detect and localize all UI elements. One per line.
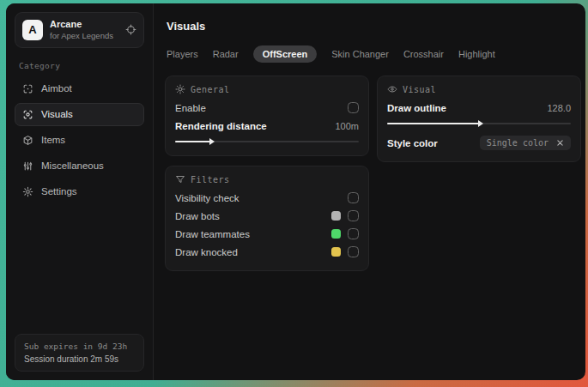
style-color-label: Style color (387, 138, 438, 148)
tab-bar: Players Radar OffScreen Skin Changer Cro… (167, 45, 579, 63)
sidebar-item-aimbot[interactable]: Aimbot (15, 77, 144, 100)
draw-knocked-color-swatch[interactable] (331, 247, 341, 257)
style-color-row: Style color Single color (387, 134, 571, 152)
tab-highlight[interactable]: Highlight (458, 45, 495, 63)
sidebar-item-label: Visuals (41, 109, 73, 119)
visual-panel-header: Visual (387, 84, 571, 94)
sidebar-item-label: Miscellaneous (41, 160, 104, 171)
sidebar: A Arcane for Apex Legends Category (6, 3, 153, 380)
content-grid: General Enable Rendering distance 100m (165, 76, 581, 271)
subscription-card: Sub expires in 9d 23h Session duration 2… (15, 334, 144, 372)
draw-outline-slider[interactable] (387, 119, 571, 128)
slider-fill (387, 123, 479, 124)
aimbot-scan-icon (22, 83, 33, 94)
main-area: Visuals Players Radar OffScreen Skin Cha… (153, 3, 585, 380)
slider-thumb-arrow[interactable] (209, 138, 215, 145)
crosshair-target-icon[interactable] (125, 24, 136, 35)
box-icon (22, 135, 33, 146)
visual-panel-title: Visual (403, 85, 436, 94)
draw-bots-color-swatch[interactable] (331, 211, 341, 221)
logo-card: A Arcane for Apex Legends (15, 12, 144, 48)
sidebar-item-visuals[interactable]: Visuals (15, 103, 144, 126)
rendering-distance-row: Rendering distance 100m (175, 117, 359, 135)
page-title: Visuals (167, 20, 579, 33)
visibility-check-checkbox[interactable] (348, 192, 359, 203)
app-title: Arcane (50, 19, 113, 31)
draw-teammates-controls (331, 228, 359, 239)
enable-label: Enable (175, 103, 206, 113)
eye-icon (387, 84, 397, 94)
sidebar-item-settings[interactable]: Settings (15, 180, 144, 203)
general-panel-header: General (175, 84, 359, 94)
draw-outline-label: Draw outline (387, 103, 446, 113)
tab-players[interactable]: Players (167, 45, 198, 63)
sun-icon (175, 84, 185, 94)
app-window: A Arcane for Apex Legends Category (6, 3, 585, 380)
eye-scan-icon (22, 109, 33, 120)
close-icon[interactable] (556, 139, 564, 147)
sidebar-item-miscellaneous[interactable]: Miscellaneous (15, 154, 144, 178)
funnel-icon (175, 174, 185, 184)
filters-panel-title: Filters (191, 175, 230, 184)
draw-knocked-checkbox[interactable] (348, 246, 359, 257)
draw-knocked-row: Draw knocked (175, 243, 359, 261)
sidebar-item-label: Settings (41, 186, 77, 197)
slider-thumb-arrow[interactable] (478, 120, 483, 127)
tab-crosshair[interactable]: Crosshair (403, 45, 444, 63)
draw-knocked-controls (331, 246, 359, 257)
general-panel-title: General (191, 85, 230, 94)
rendering-distance-slider[interactable] (175, 137, 359, 146)
draw-bots-controls (331, 210, 359, 221)
visibility-check-label: Visibility check (175, 193, 239, 203)
sidebar-item-items[interactable]: Items (15, 129, 144, 152)
filters-panel: Filters Visibility check Draw bots (165, 166, 369, 271)
tab-radar[interactable]: Radar (213, 45, 239, 63)
visual-panel: Visual Draw outline 128.0 Style color (377, 76, 581, 162)
category-label: Category (19, 61, 140, 70)
logo-avatar: A (22, 20, 43, 40)
enable-checkbox[interactable] (348, 102, 359, 113)
draw-teammates-label: Draw teammates (175, 229, 250, 239)
session-duration-text: Session duration 2m 59s (24, 354, 135, 364)
tab-offscreen[interactable]: OffScreen (253, 45, 318, 63)
visibility-check-row: Visibility check (175, 189, 359, 207)
draw-outline-row: Draw outline 128.0 (387, 99, 571, 117)
logo-text: Arcane for Apex Legends (50, 19, 113, 41)
app-subtitle: for Apex Legends (50, 31, 113, 41)
draw-bots-row: Draw bots (175, 207, 359, 225)
gear-icon (22, 186, 33, 197)
sidebar-item-label: Aimbot (41, 83, 72, 94)
rendering-distance-value: 100m (335, 121, 359, 131)
draw-teammates-checkbox[interactable] (348, 228, 359, 239)
right-column: Visual Draw outline 128.0 Style color (377, 76, 581, 162)
left-column: General Enable Rendering distance 100m (165, 76, 369, 271)
sliders-icon (22, 160, 33, 172)
draw-knocked-label: Draw knocked (175, 247, 238, 257)
sidebar-nav: Aimbot Visuals Items (15, 77, 144, 203)
enable-row: Enable (175, 99, 359, 117)
tab-skin-changer[interactable]: Skin Changer (331, 45, 389, 63)
draw-bots-checkbox[interactable] (348, 210, 359, 221)
style-color-dropdown[interactable]: Single color (480, 136, 571, 150)
slider-fill (175, 141, 210, 142)
draw-teammates-row: Draw teammates (175, 225, 359, 243)
sub-expires-text: Sub expires in 9d 23h (24, 342, 135, 351)
draw-outline-value: 128.0 (547, 103, 571, 113)
draw-teammates-color-swatch[interactable] (331, 229, 341, 239)
style-color-selected-value: Single color (487, 138, 549, 148)
general-panel: General Enable Rendering distance 100m (165, 76, 369, 156)
filters-panel-header: Filters (175, 174, 359, 184)
draw-bots-label: Draw bots (175, 211, 220, 221)
rendering-distance-label: Rendering distance (175, 121, 267, 131)
sidebar-item-label: Items (41, 135, 65, 145)
